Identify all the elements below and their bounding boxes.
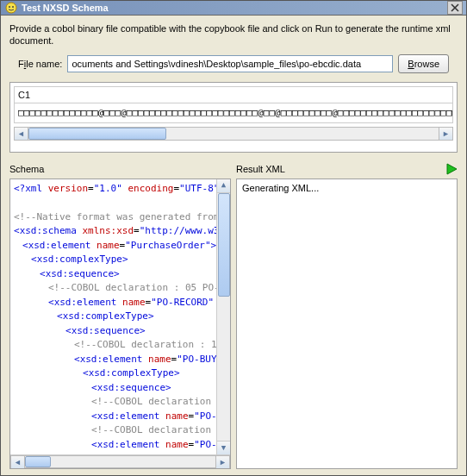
schema-content[interactable]: <?xml version="1.0" encoding="UTF-8" ?> … [10, 179, 230, 455]
vscroll-thumb[interactable] [218, 193, 230, 297]
schema-label: Schema [9, 164, 44, 174]
dialog-window: Test NXSD Schema Provide a cobol binary … [0, 0, 467, 476]
result-body: Generating XML... [236, 178, 458, 470]
browse-button[interactable]: Browse [398, 54, 449, 73]
schema-vscrollbar[interactable]: ▲ ▼ [216, 179, 230, 455]
scroll-left-icon[interactable]: ◄ [11, 456, 25, 468]
preview-scrollbar[interactable]: ◄ ► [14, 127, 453, 141]
panels: Schema <?xml version="1.0" encoding="UTF… [9, 161, 458, 470]
scroll-right-icon[interactable]: ► [215, 456, 229, 468]
result-label: Result XML [236, 164, 285, 174]
run-icon[interactable] [445, 163, 458, 175]
close-button[interactable] [447, 1, 463, 15]
hscroll-thumb[interactable] [25, 456, 51, 467]
scroll-left-icon[interactable]: ◄ [15, 128, 28, 140]
svg-marker-3 [447, 164, 457, 174]
scroll-thumb[interactable] [28, 128, 166, 140]
schema-body: <?xml version="1.0" encoding="UTF-8" ?> … [9, 178, 231, 470]
preview-header: C1 [14, 86, 453, 103]
svg-point-0 [6, 3, 16, 13]
svg-point-1 [9, 6, 10, 8]
result-status: Generating XML... [237, 179, 457, 197]
scroll-down-icon[interactable]: ▼ [217, 441, 230, 454]
browse-rest: rowse [414, 59, 439, 69]
file-name-label: File name: [18, 59, 62, 69]
instruction-text: Provide a cobol binary file compatible w… [9, 22, 458, 47]
schema-panel: Schema <?xml version="1.0" encoding="UTF… [9, 161, 231, 470]
app-icon [4, 1, 18, 15]
scroll-up-icon[interactable]: ▲ [217, 179, 230, 193]
titlebar: Test NXSD Schema [1, 1, 466, 16]
file-row: File name: Browse [9, 54, 458, 73]
scroll-right-icon[interactable]: ► [439, 128, 452, 140]
svg-point-2 [12, 6, 14, 8]
preview-content: □□□□□□□□□□□□□□@□□□@□□□□□□□□□□□□□□□□□□□□□… [14, 103, 453, 123]
file-name-input[interactable] [67, 55, 393, 72]
window-title: Test NXSD Schema [22, 3, 447, 13]
dialog-body: Provide a cobol binary file compatible w… [1, 16, 466, 476]
preview-box: C1 □□□□□□□□□□□□□□@□□□@□□□□□□□□□□□□□□□□□□… [9, 82, 458, 153]
schema-hscrollbar[interactable]: ◄ ► [10, 454, 230, 468]
result-panel: Result XML Generating XML... [236, 161, 458, 470]
